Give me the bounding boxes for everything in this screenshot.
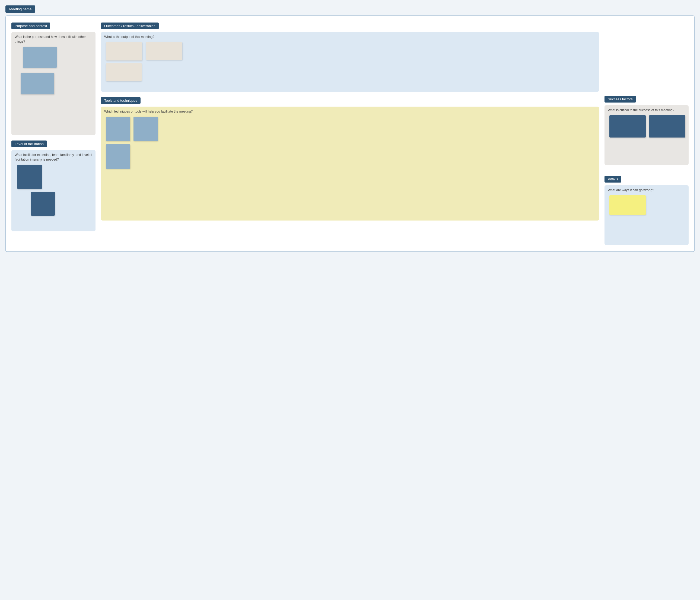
purpose-section: Purpose and context What is the purpose … xyxy=(11,23,96,135)
meeting-name-label: Meeting name xyxy=(9,7,31,11)
tools-note-1[interactable] xyxy=(106,117,130,141)
meeting-name-button[interactable]: Meeting name xyxy=(5,5,35,13)
success-prompt: What is critical to the success of this … xyxy=(608,108,685,112)
left-column: Purpose and context What is the purpose … xyxy=(11,23,96,231)
success-note-2[interactable] xyxy=(649,115,685,138)
level-header: Level of facilitation xyxy=(11,141,47,147)
outcomes-row-1 xyxy=(106,42,596,60)
main-layout: Purpose and context What is the purpose … xyxy=(11,23,689,245)
purpose-prompt: What is the purpose and how does it fit … xyxy=(15,35,92,44)
success-section: Success factors What is critical to the … xyxy=(604,96,689,165)
outcomes-header: Outcomes / results / deliverables xyxy=(101,23,159,29)
purpose-header: Purpose and context xyxy=(11,23,50,29)
purpose-body: What is the purpose and how does it fit … xyxy=(11,32,96,135)
success-note-1[interactable] xyxy=(609,115,646,138)
purpose-notes xyxy=(17,47,92,94)
mid-column: Outcomes / results / deliverables What i… xyxy=(101,23,599,221)
pitfalls-body: What are ways it can go wrong? xyxy=(604,185,689,245)
pitfalls-notes xyxy=(609,195,685,215)
outer-container: Purpose and context What is the purpose … xyxy=(5,16,695,252)
tools-body: Which techniques or tools will help you … xyxy=(101,107,599,221)
tools-note-2[interactable] xyxy=(133,117,158,141)
tools-section: Tools and techniques Which techniques or… xyxy=(101,97,599,221)
purpose-note-2[interactable] xyxy=(21,73,54,94)
outcomes-section: Outcomes / results / deliverables What i… xyxy=(101,23,599,92)
outcomes-body: What is the output of this meeting? xyxy=(101,32,599,92)
tools-row-2 xyxy=(106,144,596,169)
pitfalls-note-1[interactable] xyxy=(609,195,646,215)
level-body: What facilitator expertise, team familia… xyxy=(11,150,96,231)
outcomes-note-1[interactable] xyxy=(106,42,142,60)
level-prompt: What facilitator expertise, team familia… xyxy=(15,153,92,162)
pitfalls-prompt: What are ways it can go wrong? xyxy=(608,188,685,193)
tools-note-3[interactable] xyxy=(106,144,130,169)
outcomes-note-2[interactable] xyxy=(146,42,182,60)
tools-prompt: Which techniques or tools will help you … xyxy=(104,109,596,114)
success-header: Success factors xyxy=(604,96,636,102)
outcomes-prompt: What is the output of this meeting? xyxy=(104,35,596,39)
tools-notes xyxy=(106,117,596,169)
outcomes-note-3[interactable] xyxy=(106,63,142,81)
tools-header: Tools and techniques xyxy=(101,97,141,104)
outcomes-row-2 xyxy=(106,63,596,81)
success-notes xyxy=(609,115,685,138)
success-body: What is critical to the success of this … xyxy=(604,105,689,165)
pitfalls-section: Pitfalls What are ways it can go wrong? xyxy=(604,176,689,245)
tools-row-1 xyxy=(106,117,596,141)
right-column: Success factors What is critical to the … xyxy=(604,23,689,245)
level-note-2[interactable] xyxy=(31,192,55,216)
level-notes xyxy=(15,165,92,216)
pitfalls-header: Pitfalls xyxy=(604,176,621,182)
level-section: Level of facilitation What facilitator e… xyxy=(11,141,96,231)
level-note-1[interactable] xyxy=(17,165,42,189)
outcomes-notes xyxy=(106,42,596,81)
purpose-note-1[interactable] xyxy=(23,47,57,68)
